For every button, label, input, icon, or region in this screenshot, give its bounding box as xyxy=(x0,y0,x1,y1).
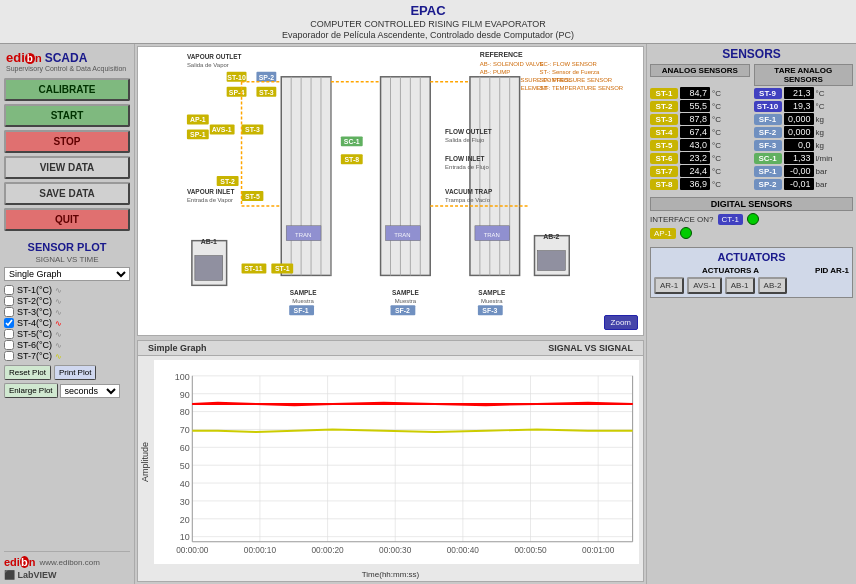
control-buttons: CALIBRATE START STOP VIEW DATA SAVE DATA… xyxy=(4,78,130,231)
view-data-button[interactable]: VIEW DATA xyxy=(4,156,130,179)
seconds-select[interactable]: seconds xyxy=(60,384,120,398)
actuators-section: ACTUATORS ACTUATORS A AR-1 AVS-1 AB-1 AB… xyxy=(650,247,853,298)
sf3-value: 0,0 xyxy=(784,139,814,151)
list-item: ST-7 24,4 °C xyxy=(650,165,750,177)
svg-text:Muestra: Muestra xyxy=(481,298,503,304)
st7-value: 24,4 xyxy=(680,165,710,177)
st1-checkbox[interactable] xyxy=(4,285,14,295)
zoom-button[interactable]: Zoom xyxy=(604,315,638,330)
save-data-button[interactable]: SAVE DATA xyxy=(4,182,130,205)
st3-label: ST-3(°C) xyxy=(17,307,52,317)
header: EPAC COMPUTER CONTROLLED RISING FILM EVA… xyxy=(0,0,856,44)
svg-text:VAPOUR INLET: VAPOUR INLET xyxy=(187,188,235,195)
st2-wave: ∿ xyxy=(55,297,62,306)
st2-checkbox[interactable] xyxy=(4,296,14,306)
st1-label: ST-1(°C) xyxy=(17,285,52,295)
list-item: SF-1 0,000 kg xyxy=(754,113,854,125)
svg-text:SF-3: SF-3 xyxy=(482,307,497,314)
plot-buttons: Reset Plot Print Plot xyxy=(4,365,130,380)
svg-text:50: 50 xyxy=(180,461,190,471)
st6-label: ST-6(°C) xyxy=(17,340,52,350)
ab2-button[interactable]: AB-2 xyxy=(758,277,788,294)
digital-title: DIGITAL SENSORS xyxy=(650,197,853,211)
reset-plot-button[interactable]: Reset Plot xyxy=(4,365,51,380)
st1-id: ST-1 xyxy=(650,88,678,99)
edibon-url: www.edibon.com xyxy=(39,558,99,567)
svg-text:Trampa de Vacío: Trampa de Vacío xyxy=(445,197,491,203)
st2-value: 55,5 xyxy=(680,100,710,112)
st4-unit: °C xyxy=(712,128,721,137)
st5-checkbox[interactable] xyxy=(4,329,14,339)
svg-text:00:00:50: 00:00:50 xyxy=(514,545,547,555)
ap1-label: AP-1 xyxy=(650,228,676,239)
svg-text:ST-3: ST-3 xyxy=(245,126,260,133)
analog-sensor-table: ANALOG SENSORS xyxy=(650,64,750,86)
ap1-row: AP-1 xyxy=(650,227,853,239)
sf2-id: SF-2 xyxy=(754,127,782,138)
time-axis-label: Time(hh:mm:ss) xyxy=(138,568,643,581)
ab1-button[interactable]: AB-1 xyxy=(725,277,755,294)
svg-text:FLOW OUTLET: FLOW OUTLET xyxy=(445,128,492,135)
svg-text:Salida de Flujo: Salida de Flujo xyxy=(445,137,485,143)
st4-label: ST-4(°C) xyxy=(17,318,52,328)
avs1-button[interactable]: AVS-1 xyxy=(687,277,722,294)
svg-text:00:00:00: 00:00:00 xyxy=(176,545,209,555)
st8-id: ST-8 xyxy=(650,179,678,190)
st1-unit: °C xyxy=(712,89,721,98)
svg-text:40: 40 xyxy=(180,479,190,489)
quit-button[interactable]: QUIT xyxy=(4,208,130,231)
st10-id: ST-10 xyxy=(754,101,782,112)
svg-rect-34 xyxy=(281,77,331,276)
st8-unit: °C xyxy=(712,180,721,189)
st6-wave: ∿ xyxy=(55,341,62,350)
labview-logo: ⬛ LabVIEW xyxy=(4,570,130,580)
start-button[interactable]: START xyxy=(4,104,130,127)
enlarge-plot-button[interactable]: Enlarge Plot xyxy=(4,383,58,398)
st1-wave: ∿ xyxy=(55,286,62,295)
st3-checkbox[interactable] xyxy=(4,307,14,317)
st3-id: ST-3 xyxy=(650,114,678,125)
svg-text:ST-: Sensor de Fuerza: ST-: Sensor de Fuerza xyxy=(539,69,599,75)
svg-text:SP-1: SP-1 xyxy=(190,131,206,138)
sensor-list: ST-1(°C) ∿ ST-2(°C) ∿ ST-3(°C) ∿ ST-4(°C… xyxy=(4,285,130,361)
svg-text:SF-2: SF-2 xyxy=(395,307,410,314)
graph-type-select[interactable]: Single Graph xyxy=(4,267,130,281)
pid-section: PID AR-1 xyxy=(815,266,849,294)
svg-text:ST-2: ST-2 xyxy=(220,178,235,185)
list-item: SP-2 -0,01 bar xyxy=(754,178,854,190)
edibon-logo: edibn www.edibon.com ⬛ LabVIEW xyxy=(4,551,130,580)
svg-text:AB-: SOLENOID VALVE: AB-: SOLENOID VALVE xyxy=(480,61,544,67)
calibrate-button[interactable]: CALIBRATE xyxy=(4,78,130,101)
svg-text:70: 70 xyxy=(180,425,190,435)
sf2-value: 0,000 xyxy=(784,126,814,138)
sp2-id: SP-2 xyxy=(754,179,782,190)
svg-text:AB-2: AB-2 xyxy=(543,233,559,240)
st5-label: ST-5(°C) xyxy=(17,329,52,339)
svg-text:ST-1: ST-1 xyxy=(275,265,290,272)
middle-area: REFERENCE AB-: SOLENOID VALVE SC-: FLOW … xyxy=(135,44,646,584)
st7-checkbox[interactable] xyxy=(4,351,14,361)
analog-header: ANALOG SENSORS xyxy=(650,64,750,77)
list-item: ST-8 36,9 °C xyxy=(650,178,750,190)
st4-value: 67,4 xyxy=(680,126,710,138)
list-item: ST-3 87,8 °C xyxy=(650,113,750,125)
st4-id: ST-4 xyxy=(650,127,678,138)
svg-rect-49 xyxy=(470,77,520,276)
svg-text:ST-: TEMPERATURE SENSOR: ST-: TEMPERATURE SENSOR xyxy=(539,85,623,91)
svg-text:TRAN: TRAN xyxy=(484,232,500,238)
sp2-unit: bar xyxy=(816,180,828,189)
sp1-unit: bar xyxy=(816,167,828,176)
ct1-led xyxy=(747,213,759,225)
sp1-id: SP-1 xyxy=(754,166,782,177)
svg-text:Entrada de Vapor: Entrada de Vapor xyxy=(187,197,233,203)
list-item: ST-7(°C) ∿ xyxy=(4,351,130,361)
st6-checkbox[interactable] xyxy=(4,340,14,350)
print-plot-button[interactable]: Print Plot xyxy=(54,365,96,380)
svg-text:20: 20 xyxy=(180,515,190,525)
st4-wave: ∿ xyxy=(55,319,62,328)
svg-text:30: 30 xyxy=(180,497,190,507)
ar1-button[interactable]: AR-1 xyxy=(654,277,684,294)
signal-vs-time-label: SIGNAL VS TIME xyxy=(4,255,130,264)
st4-checkbox[interactable] xyxy=(4,318,14,328)
stop-button[interactable]: STOP xyxy=(4,130,130,153)
